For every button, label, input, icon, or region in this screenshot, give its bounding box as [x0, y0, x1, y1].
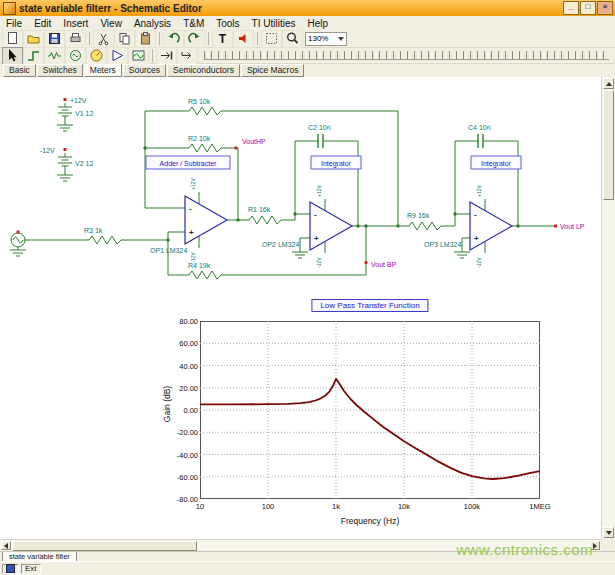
opamp-tool-button[interactable]: [107, 47, 128, 65]
ground-symbol[interactable]: [57, 122, 73, 131]
menu-tools[interactable]: Tools: [210, 18, 245, 29]
resistor-r3[interactable]: [85, 236, 125, 244]
redo-button[interactable]: [184, 30, 205, 48]
label-r1: R1 16k: [248, 206, 271, 213]
tab-switches[interactable]: Switches: [37, 64, 83, 77]
meter-tool-button[interactable]: [86, 47, 107, 65]
grid-icon: [264, 31, 279, 46]
menu-file[interactable]: File: [0, 18, 28, 29]
label-r3: R3 1k: [84, 227, 103, 234]
paste-button[interactable]: [135, 30, 156, 48]
undo-button[interactable]: [163, 30, 184, 48]
tab-sources[interactable]: Sources: [123, 64, 166, 77]
open-folder-icon: [26, 31, 41, 46]
label-r2: R2 10k: [188, 135, 211, 142]
signal-generator[interactable]: [11, 233, 25, 247]
maximize-button[interactable]: □: [580, 1, 596, 15]
label-c2: C2 10n: [308, 124, 331, 131]
menu-ti-utilities[interactable]: TI Utilities: [246, 18, 302, 29]
x-tick: 1k: [314, 502, 358, 511]
resistor-tool-button[interactable]: [44, 47, 65, 65]
step-end-button[interactable]: [177, 47, 198, 65]
audio-button[interactable]: [233, 30, 254, 48]
annotation-integrator-2[interactable]: Integrator: [471, 156, 521, 169]
select-tool-button[interactable]: [2, 47, 23, 65]
copy-button[interactable]: [114, 30, 135, 48]
battery-v1[interactable]: [58, 103, 72, 122]
chart-plot-svg: [200, 321, 540, 499]
printer-icon: [68, 31, 83, 46]
y-tick: 20.00: [179, 384, 198, 393]
wire-tool-button[interactable]: [23, 47, 44, 65]
vertical-scrollbar[interactable]: [601, 77, 615, 539]
svg-text:Adder / Subtracter: Adder / Subtracter: [160, 160, 217, 167]
resistor-r4[interactable]: [185, 271, 225, 279]
cut-button[interactable]: [93, 30, 114, 48]
label-op3: OP3 LM324: [424, 241, 461, 248]
y-axis-ticks: 80.00 60.00 40.00 20.00 0.00 -20.00 -40.…: [154, 299, 198, 519]
ground-symbol[interactable]: [454, 249, 470, 258]
op2-minus-sign: -: [314, 210, 317, 219]
chart-title: Low Pass Transfer Function: [311, 299, 428, 312]
new-file-button[interactable]: [2, 30, 23, 48]
scroll-up-button[interactable]: [603, 78, 614, 89]
label-v2: V2 12: [75, 160, 93, 167]
menu-edit[interactable]: Edit: [28, 18, 57, 29]
magnifier-icon: [285, 31, 300, 46]
annotation-integrator-1[interactable]: Integrator: [311, 156, 361, 169]
schematic-canvas[interactable]: - + - + - + Adder / Subtracter Integrato…: [0, 77, 601, 539]
menu-analysis[interactable]: Analysis: [128, 18, 177, 29]
print-button[interactable]: [65, 30, 86, 48]
oscilloscope-icon: [131, 48, 146, 63]
horizontal-scroll-thumb[interactable]: [12, 541, 197, 551]
resistor-r2[interactable]: [185, 144, 225, 152]
capacitor-c4[interactable]: [478, 134, 483, 148]
text-tool-button[interactable]: T: [212, 30, 233, 48]
scroll-left-button[interactable]: [1, 541, 11, 550]
op3-minus-sign: -: [474, 210, 477, 219]
menu-tm[interactable]: T&M: [177, 18, 210, 29]
op1-vminus-label: -12V: [190, 252, 196, 263]
menu-help[interactable]: Help: [302, 18, 335, 29]
window-title: state variable filterr - Schematic Edito…: [19, 3, 562, 14]
step-forward-button[interactable]: [156, 47, 177, 65]
scrollbar-corner: [601, 539, 615, 551]
battery-v2[interactable]: [58, 153, 72, 172]
resistor-r1[interactable]: [245, 216, 285, 224]
annotation-adder[interactable]: Adder / Subtracter: [146, 156, 230, 169]
tab-basic[interactable]: Basic: [3, 64, 36, 77]
resistor-r5[interactable]: [185, 107, 225, 115]
grid-toggle-button[interactable]: [261, 30, 282, 48]
ground-symbol[interactable]: [10, 247, 26, 256]
menu-view[interactable]: View: [94, 18, 128, 29]
x-axis-label: Frequency (Hz): [200, 516, 540, 526]
save-button[interactable]: [44, 30, 65, 48]
source-tool-button[interactable]: [65, 47, 86, 65]
zoom-button[interactable]: [282, 30, 303, 48]
ground-symbol[interactable]: [292, 249, 308, 258]
capacitor-c2[interactable]: [318, 134, 323, 148]
tab-meters[interactable]: Meters: [84, 64, 122, 77]
tab-semiconductors[interactable]: Semiconductors: [167, 64, 240, 77]
ground-symbol[interactable]: [57, 172, 73, 181]
label-v2-net: -12V: [40, 147, 55, 154]
tab-spice-macros[interactable]: Spice Macros: [241, 64, 305, 77]
close-button[interactable]: ×: [597, 1, 613, 15]
svg-text:Integrator: Integrator: [481, 160, 512, 168]
x-tick: 10k: [382, 502, 426, 511]
minimize-button[interactable]: _: [563, 1, 579, 15]
zoom-level-dropdown[interactable]: 130%: [305, 32, 347, 46]
arrow-step-icon: [159, 48, 174, 63]
open-file-button[interactable]: [23, 30, 44, 48]
vertical-scroll-thumb[interactable]: [603, 90, 614, 200]
scroll-down-button[interactable]: [603, 527, 614, 538]
scope-tool-button[interactable]: [128, 47, 149, 65]
menu-insert[interactable]: Insert: [57, 18, 94, 29]
title-bar[interactable]: state variable filterr - Schematic Edito…: [0, 0, 615, 16]
paste-icon: [138, 31, 153, 46]
resistor-r9[interactable]: [405, 222, 445, 230]
cursor-icon: [5, 48, 20, 63]
source-icon: [68, 48, 83, 63]
label-r5: R5 10k: [188, 98, 211, 105]
horizontal-ruler: [204, 51, 609, 60]
